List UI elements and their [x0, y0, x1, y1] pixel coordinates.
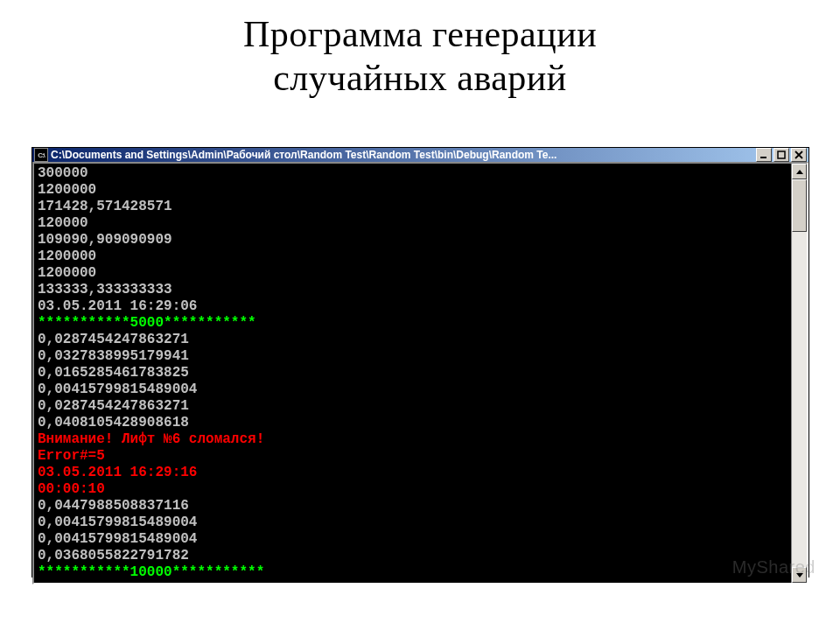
window-titlebar[interactable]: C:\ C:\Documents and Settings\Admin\Рабо…: [32, 148, 808, 162]
scroll-up-button[interactable]: [792, 164, 807, 179]
console-line: 0,0447988508837116: [38, 498, 788, 514]
console-line: 1200000: [38, 265, 788, 282]
console-line: 1200000: [38, 248, 788, 265]
maximize-button[interactable]: [774, 148, 789, 162]
maximize-icon: [777, 150, 786, 159]
console-line: 171428,571428571: [38, 199, 788, 215]
close-button[interactable]: [791, 148, 807, 162]
watermark: MyShared: [732, 557, 816, 578]
console-line: Error#=5: [38, 448, 788, 465]
console-line: 0,00415799815489004: [38, 382, 788, 398]
scrollbar-thumb[interactable]: [792, 179, 807, 232]
console-line: 0,0368055822791782: [38, 548, 788, 564]
cmd-icon[interactable]: C:\: [34, 148, 48, 162]
console-line: 120000: [38, 215, 788, 232]
console-line: 00:00:10: [38, 481, 788, 498]
console-line: 0,0287454247863271: [38, 398, 788, 415]
title-line-2: случайных аварий: [273, 58, 567, 98]
console-line: 0,0165285461783825: [38, 365, 788, 382]
svg-rect-1: [778, 151, 785, 158]
minimize-button[interactable]: [756, 148, 772, 162]
chevron-up-icon: [796, 170, 803, 174]
console-line: 0,0287454247863271: [38, 332, 788, 348]
console-line: 0,00415799815489004: [38, 514, 788, 531]
console-body: 3000001200000171428,57142857112000010909…: [32, 162, 808, 584]
slide-title: Программа генерации случайных аварий: [0, 0, 840, 101]
console-line: 0,0327838995179941: [38, 348, 788, 365]
window-controls: [756, 148, 807, 162]
window-title: C:\Documents and Settings\Admin\Рабочий …: [51, 149, 753, 161]
console-window: C:\ C:\Documents and Settings\Admin\Рабо…: [32, 147, 809, 578]
console-line: 133333,333333333: [38, 282, 788, 298]
scrollbar-track[interactable]: [792, 179, 807, 567]
close-icon: [794, 150, 803, 159]
console-line: 03.05.2011 16:29:06: [38, 298, 788, 315]
console-line: 03.05.2011 16:29:16: [38, 465, 788, 481]
console-line: 1200000: [38, 182, 788, 199]
console-line: 0,0408105428908618: [38, 415, 788, 431]
console-output[interactable]: 3000001200000171428,57142857112000010909…: [34, 164, 791, 583]
console-line: ***********10000***********: [38, 564, 788, 581]
console-line: 0,00415799815489004: [38, 531, 788, 548]
console-line: Внимание! Лифт №6 сломался!: [38, 431, 788, 448]
minimize-icon: [760, 150, 768, 159]
console-line: 300000: [38, 165, 788, 182]
vertical-scrollbar[interactable]: [791, 164, 807, 583]
console-line: ***********5000***********: [38, 315, 788, 332]
title-line-1: Программа генерации: [243, 14, 597, 54]
console-line: 109090,909090909: [38, 232, 788, 248]
svg-rect-0: [760, 157, 766, 158]
